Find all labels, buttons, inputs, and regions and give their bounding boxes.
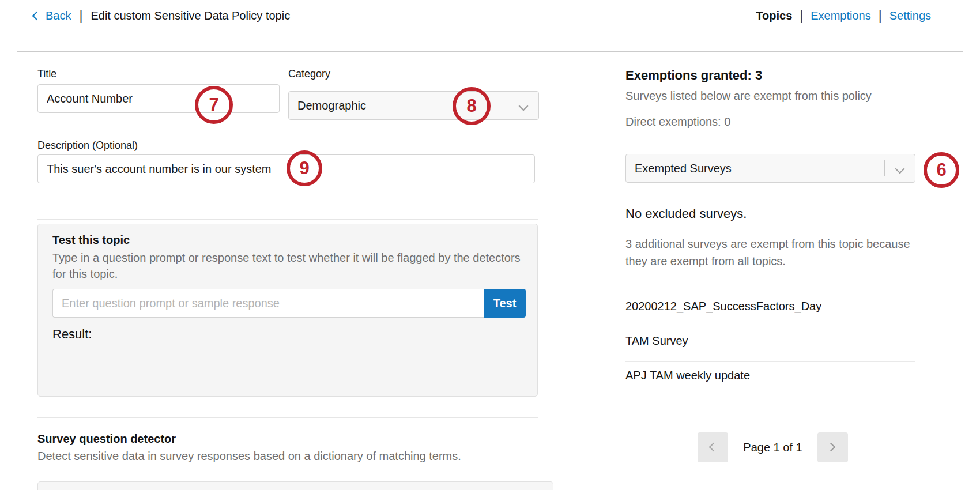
section-divider (37, 219, 538, 220)
nav-separator: | (879, 9, 882, 22)
annotation-circle-9: 9 (287, 150, 322, 186)
annotation-circle-8: 8 (453, 87, 491, 125)
tab-exemptions[interactable]: Exemptions (811, 9, 871, 22)
select-separator (508, 97, 508, 114)
additional-exempt-note: 3 additional surveys are exempt from thi… (625, 235, 915, 270)
list-item: 20200212_SAP_SuccessFactors_Day (625, 293, 915, 327)
nav-separator: | (800, 9, 803, 22)
pagination: Page 1 of 1 (698, 432, 848, 462)
list-item: APJ TAM weekly update (625, 362, 915, 396)
back-chevron-icon (32, 12, 42, 21)
chevron-down-icon (895, 164, 905, 174)
tab-topics[interactable]: Topics (756, 9, 792, 22)
category-label: Category (288, 68, 330, 80)
detector-heading: Survey question detector (37, 432, 176, 446)
test-topic-heading: Test this topic (52, 233, 130, 247)
select-separator (884, 160, 885, 176)
title-input[interactable] (37, 84, 280, 113)
exempted-surveys-select[interactable]: Exempted Surveys (625, 154, 915, 183)
detector-description: Detect sensitive data in survey response… (37, 450, 461, 463)
test-input[interactable] (52, 289, 484, 318)
page-indicator: Page 1 of 1 (728, 441, 817, 454)
test-input-row: Test (52, 289, 526, 318)
exemptions-heading: Exemptions granted: 3 (625, 68, 762, 83)
back-button[interactable]: Back (33, 9, 71, 22)
section-divider (37, 417, 538, 418)
no-excluded-surveys-label: No excluded surveys. (625, 206, 747, 221)
back-label[interactable]: Back (46, 9, 71, 22)
exemptions-subheading: Surveys listed below are exempt from thi… (625, 89, 872, 103)
page-title: Edit custom Sensitive Data Policy topic (91, 9, 290, 22)
annotation-circle-7: 7 (195, 86, 233, 124)
test-topic-panel: Test this topic Type in a question promp… (37, 224, 538, 397)
previous-page-button[interactable] (698, 432, 728, 462)
header-left: Back | Edit custom Sensitive Data Policy… (33, 9, 290, 22)
annotation-circle-6: 6 (924, 152, 959, 188)
chevron-right-icon (827, 443, 836, 452)
chevron-left-icon (709, 443, 718, 452)
header-divider (17, 51, 963, 52)
category-select[interactable]: Demographic (288, 91, 539, 120)
result-label: Result: (52, 327, 92, 342)
title-label: Title (37, 68, 56, 80)
category-select-value: Demographic (297, 99, 366, 112)
edit-sensitive-data-policy-page: Back | Edit custom Sensitive Data Policy… (0, 0, 980, 490)
test-button[interactable]: Test (484, 289, 526, 318)
exempted-survey-list: 20200212_SAP_SuccessFactors_Day TAM Surv… (625, 293, 915, 396)
tab-settings[interactable]: Settings (889, 9, 931, 22)
test-topic-description: Type in a question prompt or response te… (52, 250, 522, 282)
header-nav: Topics | Exemptions | Settings (756, 9, 931, 22)
next-page-button[interactable] (817, 432, 848, 462)
list-item: TAM Survey (625, 327, 915, 362)
direct-exemptions-label: Direct exemptions: 0 (625, 115, 730, 129)
chevron-down-icon (519, 101, 529, 111)
header-separator: | (79, 9, 82, 22)
exempted-surveys-select-value: Exempted Surveys (635, 162, 732, 175)
detector-panel-partial (37, 481, 553, 490)
description-label: Description (Optional) (37, 140, 138, 152)
